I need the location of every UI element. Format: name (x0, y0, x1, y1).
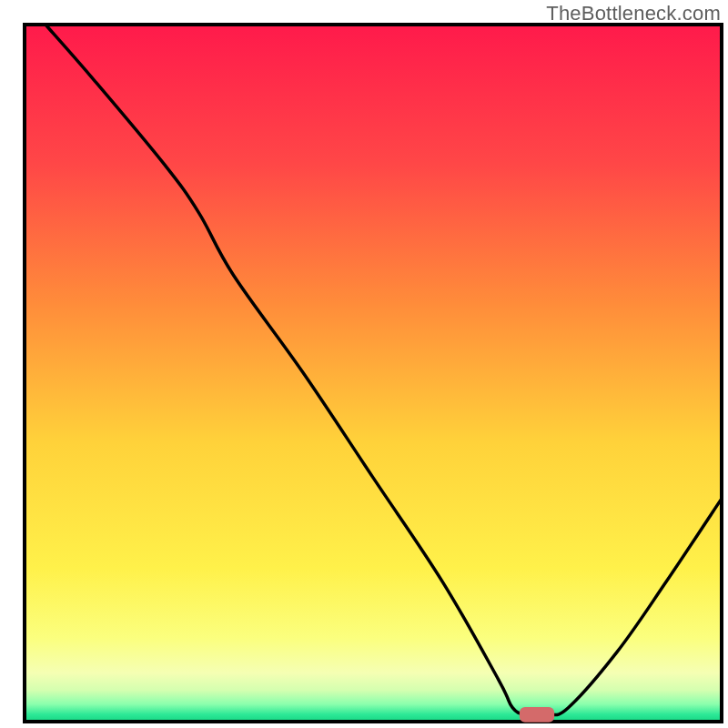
bottleneck-chart (0, 0, 728, 728)
plot-background (25, 25, 722, 722)
chart-frame: TheBottleneck.com (0, 0, 728, 728)
optimal-marker (520, 707, 554, 723)
